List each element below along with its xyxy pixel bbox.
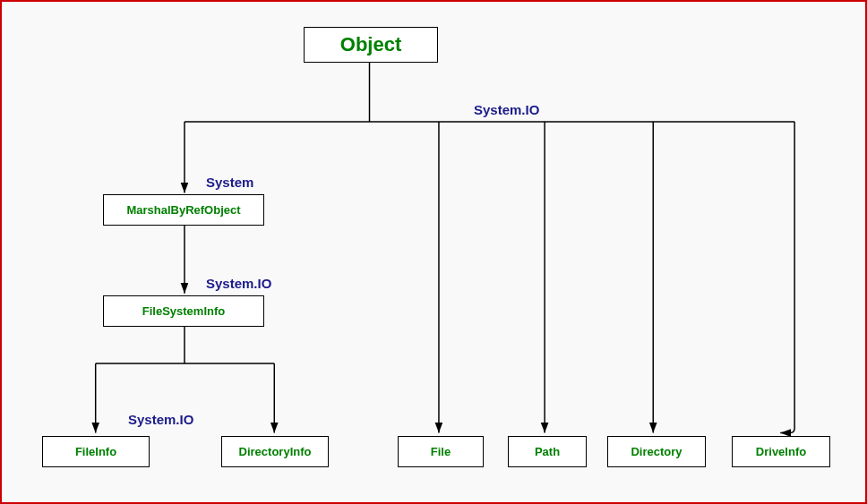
label-systemio-low: System.IO: [128, 412, 193, 427]
node-path: Path: [508, 436, 587, 467]
node-driveinfo: DriveInfo: [732, 436, 830, 467]
label-systemio-mid: System.IO: [206, 276, 271, 291]
diagram-frame: Object MarshalByRefObject FileSystemInfo…: [0, 0, 867, 504]
node-object: Object: [304, 27, 438, 63]
diagram-connectors: [2, 2, 865, 502]
node-filesysteminfo: FileSystemInfo: [103, 295, 264, 327]
label-systemio-top: System.IO: [474, 102, 539, 117]
label-system: System: [206, 175, 253, 190]
node-marshalbyrefobject: MarshalByRefObject: [103, 194, 264, 226]
node-file: File: [398, 436, 484, 467]
node-fileinfo: FileInfo: [42, 436, 150, 467]
node-directoryinfo: DirectoryInfo: [221, 436, 329, 467]
node-directory: Directory: [607, 436, 706, 467]
